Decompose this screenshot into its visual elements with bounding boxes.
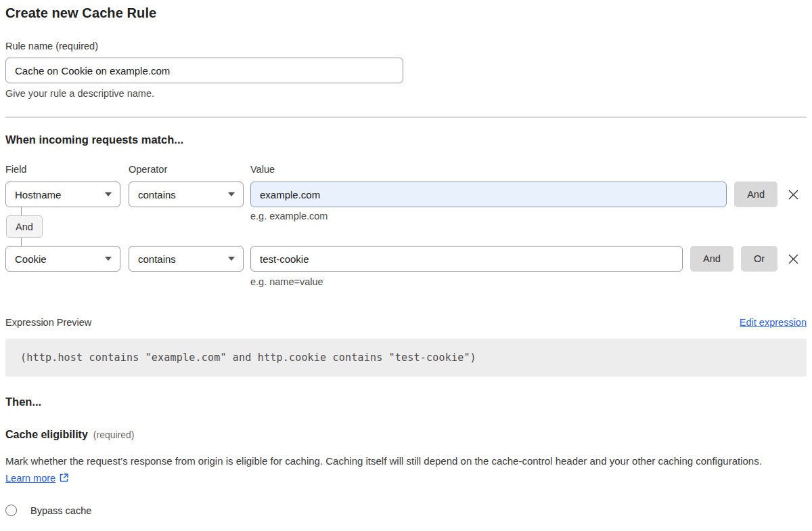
section-divider — [5, 116, 807, 118]
cache-eligibility-heading-row: Cache eligibility (required) — [5, 429, 807, 441]
radio-unselected-icon — [5, 505, 17, 516]
cache-eligibility-heading: Cache eligibility — [5, 429, 88, 441]
and-button-row-1[interactable]: And — [734, 182, 777, 207]
field-column-label: Field — [5, 164, 129, 175]
operator-select-2-value: contains — [138, 253, 176, 265]
page-title: Create new Cache Rule — [5, 5, 807, 21]
match-column-labels: Field Operator Value — [5, 164, 807, 175]
match-section-heading: When incoming requests match... — [5, 133, 807, 146]
value-input-1[interactable] — [250, 182, 727, 207]
close-icon — [788, 189, 799, 200]
external-link-icon — [59, 471, 69, 488]
chevron-down-icon — [228, 257, 235, 261]
match-row-2: Cookie contains And Or — [5, 246, 807, 272]
then-heading: Then... — [5, 396, 807, 408]
field-select-2-value: Cookie — [15, 253, 47, 265]
description-text: Mark whether the request’s response from… — [5, 455, 762, 467]
value-hint-1: e.g. example.com — [250, 211, 328, 221]
rule-name-label: Rule name (required) — [5, 41, 807, 51]
required-note: (required) — [93, 429, 135, 440]
chevron-down-icon — [105, 257, 112, 261]
expression-preview-label: Expression Preview — [5, 317, 91, 328]
remove-row-2-button[interactable] — [780, 246, 807, 272]
connector-and-button[interactable]: And — [6, 215, 43, 238]
rule-name-input[interactable] — [5, 58, 403, 83]
expression-code-block: (http.host contains "example.com" and ht… — [5, 339, 807, 377]
learn-more-link[interactable]: Learn more — [5, 473, 55, 484]
operator-column-label: Operator — [129, 164, 250, 175]
operator-select-1[interactable]: contains — [129, 182, 244, 207]
expression-header: Expression Preview Edit expression — [5, 317, 807, 328]
field-select-1[interactable]: Hostname — [5, 182, 120, 207]
field-select-1-value: Hostname — [15, 189, 61, 200]
cache-eligibility-description: Mark whether the request’s response from… — [5, 452, 789, 488]
cache-eligibility-options: Bypass cache Eligible for cache — [5, 505, 807, 531]
value-column-label: Value — [250, 164, 275, 175]
chevron-down-icon — [228, 192, 235, 196]
edit-expression-link[interactable]: Edit expression — [740, 317, 807, 328]
radio-label: Bypass cache — [30, 505, 91, 516]
chevron-down-icon — [105, 192, 112, 196]
remove-row-1-button[interactable] — [780, 182, 807, 207]
close-icon — [788, 253, 799, 265]
rule-name-helper: Give your rule a descriptive name. — [5, 88, 807, 99]
value-input-2[interactable] — [250, 246, 683, 272]
or-button-row-2[interactable]: Or — [741, 246, 777, 272]
radio-option-bypass-cache[interactable]: Bypass cache — [5, 505, 807, 516]
field-select-2[interactable]: Cookie — [5, 246, 120, 272]
and-button-row-2[interactable]: And — [690, 246, 734, 272]
match-row-1: Hostname contains And — [5, 182, 807, 207]
operator-select-2[interactable]: contains — [129, 246, 244, 272]
value-hint-2: e.g. name=value — [250, 276, 807, 287]
row-connector-area: And e.g. example.com — [5, 207, 807, 246]
operator-select-1-value: contains — [138, 189, 176, 200]
